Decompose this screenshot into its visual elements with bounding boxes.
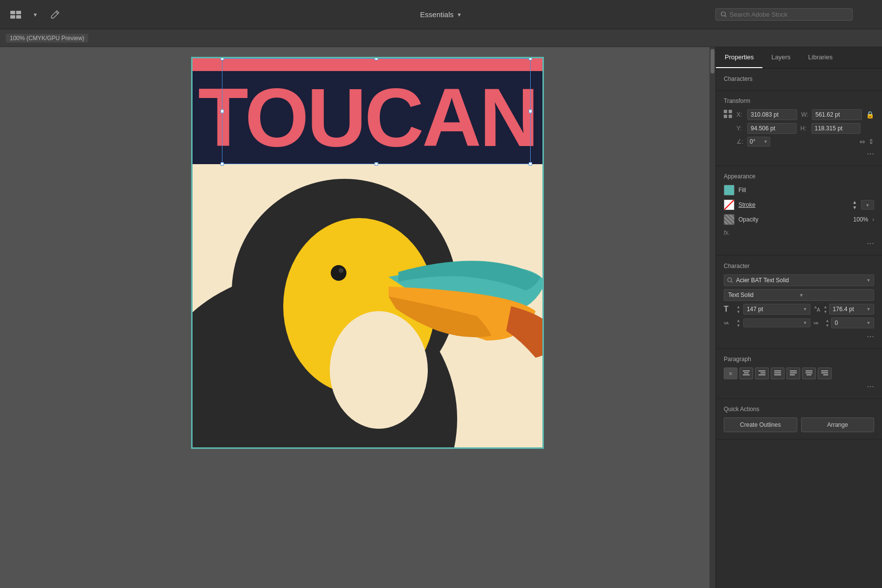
opacity-expand-icon[interactable]: › (872, 216, 874, 223)
align-justify-btn[interactable] (771, 368, 784, 379)
zoom-bar: 100% (CMYK/GPU Preview) (0, 29, 882, 47)
svg-rect-35 (790, 374, 795, 375)
stroke-value-dropdown[interactable]: ▼ (861, 200, 874, 210)
font-style-dropdown[interactable]: Text Solid ▼ (724, 289, 874, 301)
font-family-name: Acier BAT Text Solid (736, 277, 863, 284)
kerning-icon: VA (724, 318, 734, 327)
svg-rect-40 (821, 372, 828, 373)
flip-horizontal-icon[interactable]: ⇔ (859, 138, 865, 146)
lock-proportions-icon[interactable]: 🔒 (866, 111, 874, 119)
h-label: H: (801, 125, 809, 132)
svg-rect-29 (759, 374, 765, 375)
kerning-stepper[interactable]: ▲ ▼ (736, 318, 740, 328)
svg-rect-0 (10, 11, 15, 14)
kerning-dropdown[interactable]: ▼ (803, 320, 808, 325)
workspace-dropdown-icon: ▼ (457, 12, 462, 18)
svg-rect-28 (760, 372, 765, 373)
stroke-label[interactable]: Stroke (738, 201, 848, 208)
svg-rect-34 (790, 372, 797, 373)
appearance-title: Appearance (724, 173, 874, 180)
stroke-increase[interactable]: ▲ (852, 200, 857, 205)
font-size-input[interactable]: 147 pt ▼ (743, 304, 811, 315)
stroke-decrease[interactable]: ▼ (852, 205, 857, 210)
angle-dropdown-icon[interactable]: ▼ (763, 139, 768, 144)
size-up[interactable]: ▲ (736, 305, 740, 309)
flip-buttons: ⇔ ⇕ (859, 138, 874, 146)
svg-rect-38 (807, 374, 811, 375)
font-size-dropdown[interactable]: ▼ (803, 307, 808, 312)
svg-rect-17 (729, 115, 732, 118)
align-justify-left-btn[interactable] (786, 368, 800, 379)
svg-point-5 (721, 12, 725, 16)
brush-icon[interactable] (47, 7, 63, 23)
tracking-dropdown[interactable]: ▼ (866, 320, 871, 325)
flip-vertical-icon[interactable]: ⇕ (868, 138, 874, 146)
zoom-level: 100% (CMYK/GPU Preview) (6, 34, 88, 43)
line-height-input[interactable]: 176.4 pt ▼ (829, 304, 874, 315)
font-size-row: T ▲ ▼ 147 pt ▼ A A (724, 304, 874, 315)
transform-grid-icon (724, 110, 733, 120)
stroke-color-swatch[interactable] (724, 199, 735, 210)
h-input[interactable] (811, 123, 861, 134)
workspace-switcher-icon[interactable] (8, 7, 24, 23)
y-input[interactable] (747, 123, 797, 134)
align-right-btn[interactable] (755, 368, 769, 379)
track-down[interactable]: ▼ (825, 323, 829, 328)
dropdown-arrow-icon[interactable]: ▼ (27, 7, 43, 23)
kerning-input[interactable]: ▼ (743, 318, 811, 327)
tracking-stepper[interactable]: ▲ ▼ (825, 318, 829, 328)
font-dropdown-chevron[interactable]: ▼ (866, 278, 871, 283)
track-up[interactable]: ▲ (825, 318, 829, 323)
paragraph-more-menu[interactable]: ··· (724, 381, 874, 392)
quick-actions-row: Create Outlines Arrange (724, 417, 874, 432)
x-input[interactable] (747, 109, 797, 120)
tab-layers[interactable]: Layers (762, 47, 799, 68)
font-search-row[interactable]: Acier BAT Text Solid ▼ (724, 274, 874, 286)
transform-more-menu[interactable]: ··· (724, 148, 874, 159)
create-outlines-button[interactable]: Create Outlines (724, 417, 797, 432)
w-input[interactable] (812, 109, 862, 120)
workspace-selector[interactable]: Essentials ▼ (420, 10, 462, 19)
arrange-button[interactable]: Arrange (801, 417, 875, 432)
tracking-input[interactable]: 0 ▼ (831, 318, 874, 328)
svg-rect-39 (821, 370, 828, 371)
opacity-label: Opacity (738, 216, 849, 223)
w-label: W: (801, 111, 810, 118)
tab-libraries[interactable]: Libraries (799, 47, 841, 68)
fill-color-swatch[interactable] (724, 185, 735, 196)
lh-dropdown[interactable]: ▼ (866, 307, 871, 312)
angle-label: ∠: (736, 138, 745, 145)
svg-point-18 (728, 278, 732, 282)
character-more-menu[interactable]: ··· (724, 331, 874, 342)
svg-line-4 (56, 12, 58, 14)
font-size-value: 147 pt (747, 306, 763, 313)
scrollbar-thumb[interactable] (710, 49, 714, 74)
stock-search-bar[interactable] (715, 8, 853, 21)
kern-down[interactable]: ▼ (736, 323, 740, 328)
svg-rect-30 (774, 370, 781, 371)
characters-title: Characters (724, 75, 874, 82)
align-justify-right-btn[interactable] (818, 368, 832, 379)
align-left-btn[interactable]: ≡ (724, 368, 737, 379)
vertical-scrollbar[interactable] (710, 47, 715, 588)
kern-up[interactable]: ▲ (736, 318, 740, 323)
stock-search-input[interactable] (730, 11, 847, 18)
align-center-btn[interactable] (739, 368, 753, 379)
characters-section: Characters (716, 69, 882, 91)
appearance-more-menu[interactable]: ··· (724, 238, 874, 248)
svg-rect-2 (10, 15, 15, 19)
lh-up[interactable]: ▲ (823, 305, 827, 309)
tab-properties[interactable]: Properties (716, 47, 762, 68)
lh-down[interactable]: ▼ (823, 310, 827, 314)
angle-input-group[interactable]: 0° ▼ (747, 137, 770, 147)
font-style-chevron: ▼ (799, 293, 870, 298)
line-height-stepper[interactable]: ▲ ▼ (823, 305, 827, 314)
size-down[interactable]: ▼ (736, 310, 740, 314)
stroke-stepper[interactable]: ▲ ▼ (852, 200, 857, 210)
align-justify-center-btn[interactable] (802, 368, 816, 379)
svg-rect-25 (744, 372, 749, 373)
right-panel: Properties Layers Libraries Characters T… (715, 47, 882, 588)
svg-point-13 (339, 268, 343, 273)
tracking-value: 0 (834, 319, 838, 326)
font-size-stepper[interactable]: ▲ ▼ (736, 305, 740, 314)
